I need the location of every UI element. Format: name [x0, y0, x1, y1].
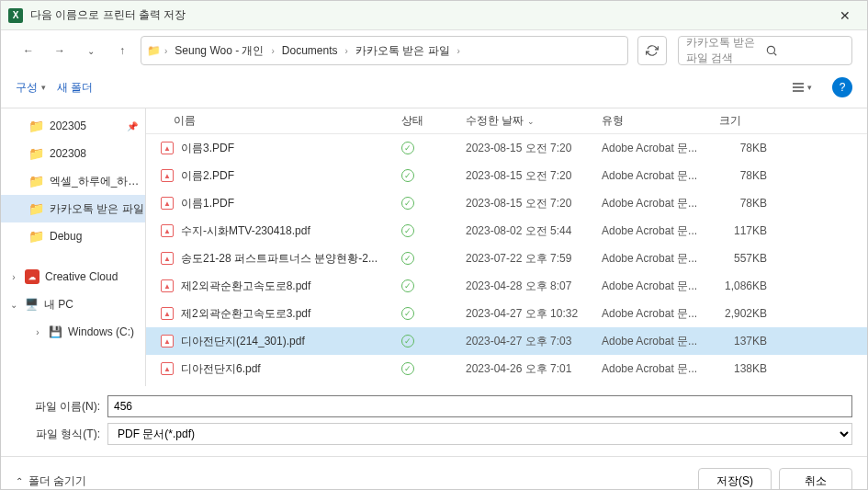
footer: ⌃ 폴더 숨기기 저장(S) 취소 — [1, 456, 867, 490]
file-size: 138KB — [712, 362, 785, 375]
file-row[interactable]: ▲제2외곽순환고속도로8.pdf✓2023-04-28 오후 8:07Adobe… — [146, 272, 867, 300]
sidebar-child-label: Windows (C:) — [68, 325, 134, 338]
file-size: 78KB — [712, 142, 785, 154]
file-row[interactable]: ▲디아전단지(214_301).pdf✓2023-04-27 오후 7:03Ad… — [146, 327, 867, 355]
pdf-icon: ▲ — [161, 279, 174, 292]
file-name: 디아전단지6.pdf — [181, 361, 261, 377]
file-date: 2023-04-27 오후 7:03 — [458, 334, 594, 349]
file-name: 이름3.PDF — [181, 141, 234, 156]
pdf-icon: ▲ — [161, 224, 174, 237]
filetype-label: 파일 형식(T): — [16, 427, 107, 442]
col-size-header[interactable]: 크기 — [712, 113, 785, 129]
sidebar-group[interactable]: ⌄🖥️내 PC — [1, 291, 145, 318]
file-row[interactable]: ▲수지-시화MTV-230418.pdf✓2023-08-02 오전 5:44A… — [146, 217, 867, 245]
chevron-right-icon: › — [457, 46, 460, 56]
pdf-icon: ▲ — [161, 362, 174, 375]
file-type: Adobe Acrobat 문... — [594, 141, 712, 156]
breadcrumb[interactable]: 📁 › Seung Woo - 개인 › Documents › 카카오톡 받은… — [141, 36, 628, 65]
pdf-icon: ▲ — [161, 335, 174, 348]
file-size: 1,086KB — [712, 279, 785, 292]
file-row[interactable]: ▲이름1.PDF✓2023-08-15 오전 7:20Adobe Acrobat… — [146, 189, 867, 217]
chevron-right-icon: › — [345, 46, 348, 56]
file-row[interactable]: ▲송도21-28 퍼스트파트너스 분양현황-2...✓2023-07-22 오후… — [146, 245, 867, 272]
sidebar-item-label: 202305 — [50, 120, 86, 132]
refresh-button[interactable] — [637, 36, 667, 65]
forward-button[interactable]: → — [47, 38, 73, 63]
file-row[interactable]: ▲이름2.PDF✓2023-08-15 오전 7:20Adobe Acrobat… — [146, 162, 867, 189]
file-date: 2023-08-15 오전 7:20 — [458, 141, 594, 156]
recent-button[interactable]: ⌄ — [78, 38, 104, 63]
sync-ok-icon: ✓ — [401, 279, 414, 292]
expand-icon[interactable]: › — [32, 327, 43, 337]
sidebar-group-label: 내 PC — [44, 297, 73, 313]
breadcrumb-item[interactable]: 카카오톡 받은 파일 — [352, 40, 454, 63]
col-type-header[interactable]: 유형 — [594, 113, 712, 129]
nav-bar: ← → ⌄ ↑ 📁 › Seung Woo - 개인 › Documents ›… — [1, 30, 867, 71]
file-name: 제2외곽순환고속도로8.pdf — [181, 279, 310, 294]
file-name: 이름2.PDF — [181, 168, 234, 184]
organize-menu[interactable]: 구성 ▾ — [16, 80, 46, 96]
search-placeholder: 카카오톡 받은 파일 검색 — [686, 35, 765, 66]
breadcrumb-item[interactable]: Documents — [278, 40, 342, 61]
pdf-icon: ▲ — [161, 307, 174, 320]
window-title: 다음 이름으로 프린터 출력 저장 — [30, 7, 830, 23]
col-name-header[interactable]: 이름 — [146, 113, 394, 129]
drive-icon: 💾 — [49, 325, 62, 338]
file-size: 78KB — [712, 197, 785, 210]
save-button[interactable]: 저장(S) — [698, 468, 772, 490]
file-size: 117KB — [712, 224, 785, 237]
new-folder-button[interactable]: 새 폴더 — [57, 80, 93, 96]
sidebar-group[interactable]: ›☁Creative Cloud — [1, 263, 145, 291]
sidebar: 📁202305📌📁202308📁엑셀_하루에_하나씩📁카카오톡 받은 파일📁De… — [1, 108, 146, 386]
hide-folders-button[interactable]: ⌃ 폴더 숨기기 — [16, 473, 86, 489]
sidebar-item[interactable]: 📁202308 — [1, 140, 145, 167]
group-icon: ☁ — [25, 269, 39, 285]
filetype-select[interactable]: PDF 문서(*.pdf) — [107, 423, 852, 445]
chevron-right-icon: › — [164, 46, 167, 56]
close-button[interactable]: ✕ — [830, 1, 860, 30]
folder-icon: 📁 — [28, 201, 44, 216]
file-date: 2023-08-15 오전 7:20 — [458, 168, 594, 184]
file-row[interactable]: ▲제2외곽순환고속도로3.pdf✓2023-04-27 오후 10:32Adob… — [146, 300, 867, 327]
file-date: 2023-04-28 오후 8:07 — [458, 279, 594, 294]
filename-input[interactable] — [107, 395, 852, 417]
file-date: 2023-08-02 오전 5:44 — [458, 223, 594, 239]
filename-label: 파일 이름(N): — [16, 399, 107, 415]
file-list-body[interactable]: ▲이름3.PDF✓2023-08-15 오전 7:20Adobe Acrobat… — [146, 134, 867, 386]
view-options-button[interactable]: ▾ — [788, 74, 814, 100]
back-button[interactable]: ← — [16, 38, 41, 63]
file-size: 137KB — [712, 335, 785, 348]
file-name: 이름1.PDF — [181, 196, 234, 211]
cancel-button[interactable]: 취소 — [779, 468, 852, 490]
breadcrumb-item[interactable]: Seung Woo - 개인 — [171, 40, 267, 63]
col-status-header[interactable]: 상태 — [394, 113, 458, 129]
expand-icon[interactable]: › — [8, 272, 19, 282]
file-size: 557KB — [712, 252, 785, 265]
pdf-icon: ▲ — [161, 142, 174, 154]
help-button[interactable]: ? — [832, 77, 852, 97]
pdf-icon: ▲ — [161, 169, 174, 182]
search-input[interactable]: 카카오톡 받은 파일 검색 — [678, 36, 852, 65]
pdf-icon: ▲ — [161, 197, 174, 210]
file-row[interactable]: ▲이름3.PDF✓2023-08-15 오전 7:20Adobe Acrobat… — [146, 134, 867, 162]
sidebar-item[interactable]: 📁카카오톡 받은 파일 — [1, 195, 145, 222]
excel-icon: X — [8, 8, 23, 23]
sidebar-item[interactable]: 📁202305📌 — [1, 112, 145, 140]
svg-point-0 — [767, 46, 774, 53]
up-button[interactable]: ↑ — [109, 38, 135, 63]
file-date: 2023-08-15 오전 7:20 — [458, 196, 594, 211]
sidebar-item[interactable]: 📁엑셀_하루에_하나씩 — [1, 167, 145, 195]
group-icon: 🖥️ — [25, 298, 39, 311]
sync-ok-icon: ✓ — [401, 335, 414, 348]
sidebar-child[interactable]: ›💾Windows (C:) — [1, 318, 145, 346]
col-date-header[interactable]: 수정한 날짜⌄ — [458, 113, 594, 129]
chevron-down-icon: ▾ — [41, 83, 46, 92]
expand-icon[interactable]: ⌄ — [8, 300, 19, 310]
file-name: 수지-시화MTV-230418.pdf — [181, 223, 310, 239]
save-form: 파일 이름(N): 파일 형식(T): PDF 문서(*.pdf) — [1, 386, 867, 456]
sidebar-item[interactable]: 📁Debug — [1, 222, 145, 250]
sidebar-item-label: 엑셀_하루에_하나씩 — [50, 174, 145, 189]
sync-ok-icon: ✓ — [401, 252, 414, 265]
file-row[interactable]: ▲디아전단지6.pdf✓2023-04-26 오후 7:01Adobe Acro… — [146, 355, 867, 382]
column-headers: 이름 상태 수정한 날짜⌄ 유형 크기 — [146, 108, 867, 134]
